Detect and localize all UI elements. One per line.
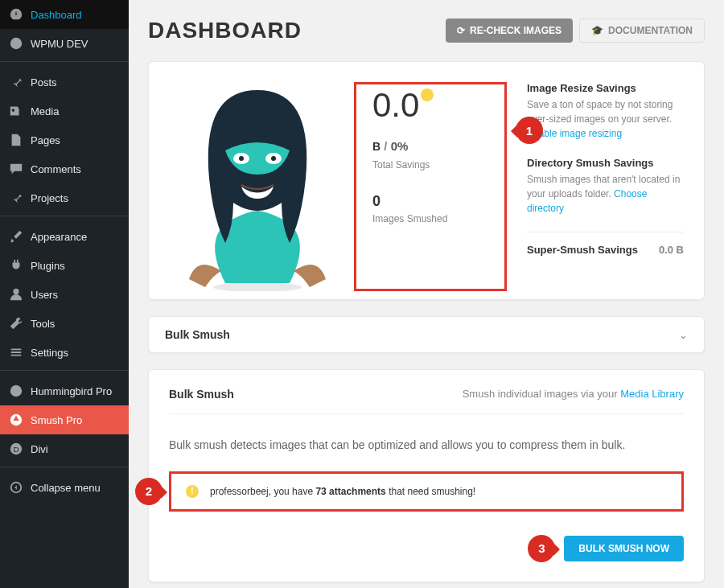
sidebar-item-settings[interactable]: Settings — [0, 338, 129, 367]
svg-point-2 — [10, 385, 22, 397]
sidebar-item-label: Collapse menu — [31, 482, 101, 494]
pin-icon — [8, 190, 24, 206]
images-smushed-count: 0 — [372, 193, 496, 210]
savings-sep: / — [381, 139, 391, 153]
media-icon — [8, 103, 24, 119]
savings-value: 0.0 — [372, 86, 419, 124]
sidebar-item-divi[interactable]: DDivi — [0, 434, 129, 463]
images-smushed-label: Images Smushed — [372, 213, 496, 224]
bulk-smush-now-button[interactable]: BULK SMUSH NOW — [564, 536, 684, 561]
sidebar-item-collapse[interactable]: Collapse menu — [0, 473, 129, 502]
graduation-icon: 🎓 — [591, 25, 603, 36]
sidebar-item-label: Smush Pro — [31, 414, 82, 426]
summary-card: 1 0.0 B / 0% Total Savings 0 Images Smus… — [148, 61, 705, 300]
wpmudev-icon — [8, 35, 24, 51]
sidebar-item-label: Comments — [31, 163, 81, 175]
annotation-marker-2: 2 — [135, 478, 162, 505]
plug-icon — [8, 257, 24, 273]
sidebar-item-label: Plugins — [31, 260, 65, 272]
via-prefix: Smush individual images via your — [463, 388, 621, 400]
notice-count: 73 attachments — [315, 486, 385, 497]
savings-unit: B — [372, 140, 381, 153]
resize-savings-title: Image Resize Savings — [527, 82, 684, 94]
sidebar-item-smushpro[interactable]: Smush Pro — [0, 405, 129, 434]
svg-text:D: D — [13, 445, 19, 454]
svg-point-1 — [13, 289, 19, 294]
info-icon — [421, 88, 434, 101]
sidebar-item-users[interactable]: Users — [0, 280, 129, 309]
sidebar-item-tools[interactable]: Tools — [0, 309, 129, 338]
svg-point-0 — [10, 38, 22, 49]
sidebar-item-label: Users — [31, 289, 58, 301]
svg-point-9 — [239, 156, 244, 161]
sidebar-item-posts[interactable]: Posts — [0, 68, 129, 97]
notice-post: that need smushing! — [386, 486, 475, 497]
page-title: DASHBOARD — [148, 18, 302, 43]
wrench-icon — [8, 315, 24, 331]
sidebar-item-label: Pages — [31, 134, 60, 146]
resize-savings-text: Save a ton of space by not storing over-… — [527, 99, 673, 125]
warning-icon: ! — [186, 485, 199, 498]
recheck-images-button[interactable]: ⟳RE-CHECK IMAGES — [446, 19, 573, 43]
comment-icon — [8, 161, 24, 177]
directory-savings-title: Directory Smush Savings — [527, 157, 684, 169]
annotation-marker-3: 3 — [528, 535, 555, 562]
sidebar-item-media[interactable]: Media — [0, 97, 129, 125]
sidebar-item-label: Divi — [31, 443, 48, 455]
sidebar-item-appearance[interactable]: Appearance — [0, 222, 129, 251]
smush-icon — [8, 412, 24, 428]
sidebar-item-label: Media — [31, 105, 59, 117]
page-icon — [8, 132, 24, 148]
refresh-icon: ⟳ — [457, 25, 465, 36]
sidebar-item-dashboard[interactable]: Dashboard — [0, 0, 129, 29]
divi-icon: D — [8, 441, 24, 457]
sidebar-item-label: Appearance — [31, 231, 87, 243]
super-smush-value: 0.0 B — [659, 244, 684, 256]
bulk-smush-title: Bulk Smush — [169, 388, 234, 401]
savings-percent: 0% — [391, 139, 409, 153]
notice-pre: professorbeej, you have — [210, 486, 315, 497]
user-icon — [8, 286, 24, 302]
button-label: RE-CHECK IMAGES — [470, 25, 562, 36]
sidebar-item-label: Posts — [31, 76, 57, 88]
total-savings-label: Total Savings — [372, 159, 496, 171]
sidebar-item-label: Tools — [31, 318, 55, 330]
svg-point-11 — [271, 156, 276, 161]
sidebar-item-label: Hummingbird Pro — [31, 385, 112, 397]
svg-point-7 — [213, 282, 302, 291]
accordion-title: Bulk Smush — [165, 328, 230, 341]
stats-box: 1 0.0 B / 0% Total Savings 0 Images Smus… — [354, 82, 507, 291]
sidebar-item-plugins[interactable]: Plugins — [0, 251, 129, 280]
sidebar-item-pages[interactable]: Pages — [0, 125, 129, 154]
documentation-button[interactable]: 🎓DOCUMENTATION — [579, 19, 705, 43]
bulk-description: Bulk smush detects images that can be op… — [169, 438, 684, 451]
directory-savings-text: Smush images that aren't located in your… — [527, 174, 680, 199]
annotation-marker-1: 1 — [516, 117, 543, 144]
super-smush-title: Super-Smush Savings — [527, 244, 638, 256]
hummingbird-icon — [8, 383, 24, 399]
button-label: DOCUMENTATION — [608, 25, 693, 36]
attachments-notice: 2 ! professorbeej, you have 73 attachmen… — [169, 471, 684, 512]
sidebar-item-comments[interactable]: Comments — [0, 154, 129, 183]
sidebar-item-label: Dashboard — [31, 9, 82, 21]
sidebar-item-wpmudev[interactable]: WPMU DEV — [0, 29, 129, 58]
bulk-smush-accordion[interactable]: Bulk Smush ⌄ — [148, 316, 705, 353]
chevron-down-icon: ⌄ — [679, 329, 688, 341]
dashboard-icon — [8, 6, 24, 23]
brush-icon — [8, 228, 24, 245]
collapse-icon — [8, 479, 24, 495]
sidebar-item-label: WPMU DEV — [31, 38, 88, 50]
mascot-image — [169, 82, 346, 291]
bulk-smush-card: Bulk Smush Smush individual images via y… — [148, 369, 705, 582]
pin-icon — [8, 74, 24, 90]
media-library-link[interactable]: Media Library — [620, 388, 684, 400]
sidebar-item-hummingbird[interactable]: Hummingbird Pro — [0, 376, 129, 405]
sidebar-item-projects[interactable]: Projects — [0, 183, 129, 212]
sidebar-item-label: Projects — [31, 192, 68, 204]
sidebar-item-label: Settings — [31, 347, 68, 359]
settings-icon — [8, 344, 24, 360]
